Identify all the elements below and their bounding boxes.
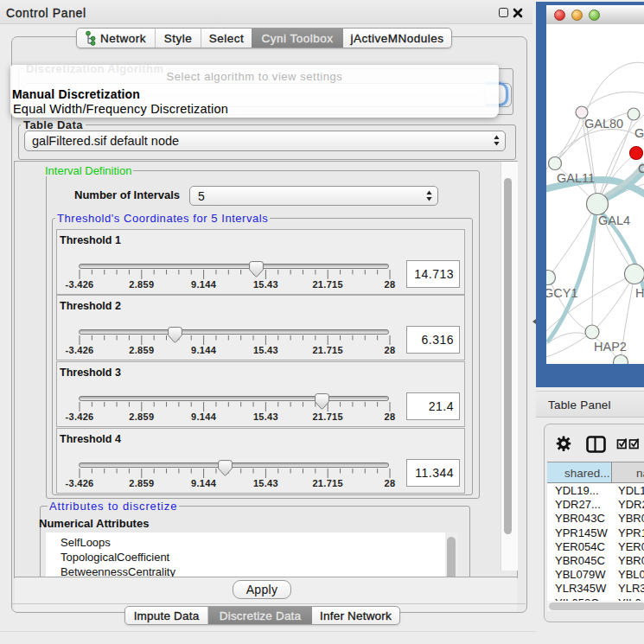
- svg-text:GAL4: GAL4: [598, 214, 630, 227]
- svg-text:C: C: [638, 162, 644, 175]
- svg-text:HAP2: HAP2: [594, 340, 627, 354]
- svg-text:GAL80: GAL80: [584, 117, 623, 131]
- svg-text:HA: HA: [635, 286, 644, 300]
- svg-text:GCY1: GCY1: [546, 286, 578, 300]
- svg-text:GA: GA: [634, 126, 644, 140]
- svg-text:GAL11: GAL11: [557, 171, 595, 185]
